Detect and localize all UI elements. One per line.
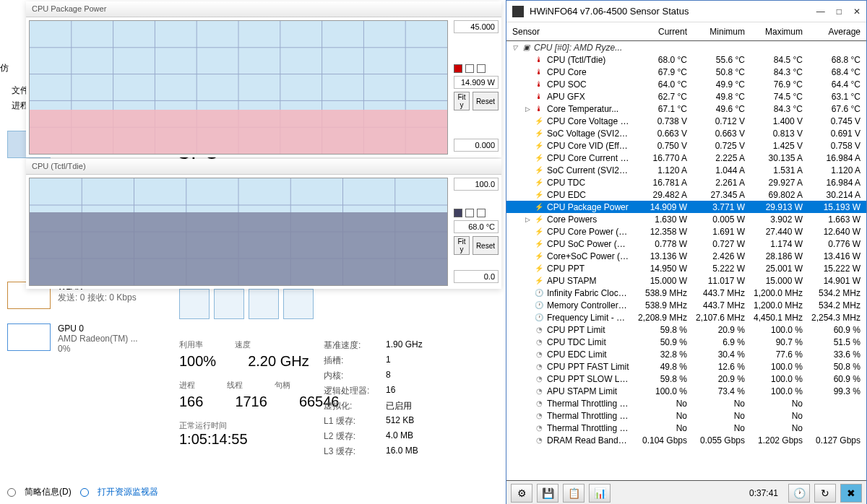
sensor-row[interactable]: ⚡APU STAPM15.000 W11.017 W15.000 W14.901… — [506, 274, 866, 287]
sensor-row[interactable]: ◔APU STAPM Limit100.0 %73.4 %100.0 %99.3… — [506, 385, 866, 397]
sensor-row[interactable]: ⚡CPU TDC16.781 A2.261 A29.927 A16.984 A — [506, 176, 866, 188]
l2-label: L2 缓存: — [324, 430, 386, 443]
sockets: 1 — [386, 355, 391, 367]
sensor-row[interactable]: ⚡CPU SoC Power (SVI...0.778 W0.727 W1.17… — [506, 238, 866, 250]
tb-log-icon[interactable]: 📊 — [589, 484, 611, 503]
sensor-row[interactable]: ⚡SoC Current (SVI2 T...1.120 A1.044 A1.5… — [506, 164, 866, 176]
col-average[interactable]: Average — [803, 27, 860, 37]
sensor-row[interactable]: 🕐Infinity Fabric Clock ...538.9 MHz443.7… — [506, 287, 866, 299]
uptime-value: 1:05:14:55 — [179, 431, 340, 448]
graph2-title[interactable]: CPU (Tctl/Tdie) — [26, 159, 501, 175]
cpu-stats: 利用率 速度 100% 2.20 GHz 进程 线程 句柄 166 1716 6… — [179, 339, 340, 448]
hwinfo-time: 0:37:41 — [749, 488, 778, 498]
hwinfo-titlebar[interactable]: HWiNFO64 v7.06-4500 Sensor Status — □ ✕ — [506, 1, 866, 22]
resmon-link[interactable]: 打开资源监视器 — [98, 486, 158, 498]
tb-copy-icon[interactable]: 📋 — [563, 484, 585, 503]
hwinfo-app-icon — [512, 6, 524, 17]
tb-save-icon[interactable]: 💾 — [537, 484, 558, 503]
sensor-row[interactable]: ◔Thermal Throttling (...NoNoNo — [506, 409, 866, 422]
l2: 4.0 MB — [386, 430, 413, 443]
graph1-max: 45.000 — [454, 20, 499, 33]
sensor-row[interactable]: 🌡CPU (Tctl/Tdie)68.0 °C55.6 °C84.5 °C68.… — [506, 53, 866, 66]
hwinfo-title: HWiNFO64 v7.06-4500 Sensor Status — [530, 6, 811, 17]
graph2-fit-button[interactable]: Fit y — [454, 236, 470, 255]
col-current[interactable]: Current — [629, 27, 687, 37]
graph2-reset-button[interactable]: Reset — [473, 236, 499, 255]
sensor-row[interactable]: ⚡CPU EDC29.482 A27.345 A69.802 A30.214 A — [506, 188, 866, 201]
graph2-legend[interactable] — [454, 209, 499, 217]
graph1-fit-button[interactable]: Fit y — [454, 92, 470, 110]
thread-value: 1716 — [235, 394, 267, 410]
util-value: 100% — [179, 353, 216, 370]
sensor-row[interactable]: ◔DRAM Read Bandwidth0.104 Gbps0.055 Gbps… — [506, 434, 866, 446]
expand-icon[interactable] — [7, 488, 16, 497]
hwinfo-header[interactable]: Sensor Current Minimum Maximum Average — [506, 22, 866, 41]
close-button[interactable]: ✕ — [853, 6, 860, 17]
l3-label: L3 缓存: — [324, 446, 386, 458]
tb-close-icon[interactable]: ✖ — [840, 484, 862, 503]
resmon-icon[interactable] — [80, 488, 89, 497]
proc-value: 166 — [179, 394, 203, 410]
sensor-row[interactable]: ◔CPU TDC Limit50.9 %6.9 %90.7 %51.5 % — [506, 336, 866, 348]
graph1-plot[interactable] — [29, 20, 448, 155]
sensor-row[interactable]: 🌡CPU Core67.9 °C50.8 °C84.3 °C68.4 °C — [506, 66, 866, 78]
sensor-row[interactable]: ⚡CPU Core Power (SV...12.358 W1.691 W27.… — [506, 225, 866, 238]
sensor-row[interactable]: ▷⚡Core Powers1.630 W0.005 W3.902 W1.663 … — [506, 213, 866, 225]
graph1-title[interactable]: CPU Package Power — [26, 1, 501, 17]
minimize-button[interactable]: — — [816, 6, 825, 17]
sensor-row[interactable]: ⚡CPU Core Voltage (S...0.738 V0.712 V1.4… — [506, 115, 866, 127]
graph1-reset-button[interactable]: Reset — [473, 92, 499, 110]
graph2-zero: 0.0 — [454, 270, 499, 283]
tb-config-icon[interactable]: ⚙ — [511, 484, 532, 503]
tb-reset-icon[interactable]: ↻ — [814, 484, 836, 503]
graph2-fill — [30, 212, 447, 285]
util-label: 利用率 — [179, 339, 203, 350]
sensor-row[interactable]: ◔CPU PPT Limit59.8 %20.9 %100.0 %60.9 % — [506, 323, 866, 336]
cores: 8 — [386, 370, 391, 382]
tm-menu-analyze[interactable]: 仿 — [0, 62, 9, 74]
sensor-row[interactable]: ⚡CPU Package Power14.909 W3.771 W29.913 … — [506, 201, 866, 213]
sensor-row[interactable]: ⚡Core+SoC Power (S...13.136 W2.426 W28.1… — [506, 250, 866, 262]
taskmgr-footer: 简略信息(D) 打开资源监视器 — [7, 486, 158, 498]
tm-side-gpu[interactable]: GPU 0 AMD Radeon(TM) ... 0% — [7, 323, 138, 354]
side-gpu-label: GPU 0 — [58, 323, 138, 334]
sensor-row[interactable]: 🌡APU GFX62.7 °C49.8 °C74.5 °C63.1 °C — [506, 90, 866, 103]
sensor-row[interactable]: ◔Thermal Throttling (...NoNoNo — [506, 422, 866, 434]
tb-clock-icon[interactable]: 🕐 — [788, 484, 810, 503]
sensor-row[interactable]: ◔Thermal Throttling (...NoNoNo — [506, 397, 866, 409]
graph2-plot[interactable] — [29, 178, 448, 286]
cpu-right-stats: 基准速度:1.90 GHz 插槽:1 内核:8 逻辑处理器:16 虚拟化:已启用… — [324, 339, 423, 461]
sensor-row[interactable]: 🕐Frequency Limit - Gl...2,208.9 MHz2,107… — [506, 311, 866, 323]
virt: 已启用 — [386, 400, 412, 412]
side-gpu-pct: 0% — [58, 344, 138, 354]
hwinfo-body[interactable]: ▽▣CPU [#0]: AMD Ryze...🌡CPU (Tctl/Tdie)6… — [506, 41, 866, 480]
sensor-row[interactable]: ⚡CPU Core Current (S...16.770 A2.225 A30… — [506, 152, 866, 164]
sockets-label: 插槽: — [324, 355, 386, 367]
sensor-row[interactable]: 🕐Memory Controller C...538.9 MHz443.7 MH… — [506, 299, 866, 311]
core-box — [283, 289, 314, 319]
simple-info-link[interactable]: 简略信息(D) — [25, 486, 72, 498]
handle-label: 句柄 — [275, 380, 290, 391]
proc-label: 进程 — [179, 380, 195, 391]
lprocs-label: 逻辑处理器: — [324, 385, 386, 397]
graph-window-temp: CPU (Tctl/Tdie) 100.0 68.0 °C Fit y Rese… — [26, 159, 501, 289]
l1-label: L1 缓存: — [324, 415, 386, 427]
col-minimum[interactable]: Minimum — [687, 27, 745, 37]
thread-label: 线程 — [227, 380, 243, 391]
sensor-group-header[interactable]: ▽▣CPU [#0]: AMD Ryze... — [506, 41, 866, 53]
gpu-thumb-icon — [7, 323, 51, 351]
sensor-row[interactable]: ⚡CPU PPT14.950 W5.222 W25.001 W15.222 W — [506, 262, 866, 274]
graph1-legend[interactable] — [454, 64, 499, 73]
sensor-row[interactable]: ⚡SoC Voltage (SVI2 T...0.663 V0.663 V0.8… — [506, 127, 866, 139]
col-sensor[interactable]: Sensor — [512, 27, 629, 37]
maximize-button[interactable]: □ — [837, 6, 842, 17]
sensor-row[interactable]: 🌡CPU SOC64.0 °C49.9 °C76.9 °C64.4 °C — [506, 78, 866, 90]
graph2-current: 68.0 °C — [454, 220, 499, 233]
graph1-zero: 0.000 — [454, 139, 499, 152]
sensor-row[interactable]: ◔CPU PPT SLOW Limit59.8 %20.9 %100.0 %60… — [506, 373, 866, 385]
sensor-row[interactable]: ◔CPU EDC Limit32.8 %30.4 %77.6 %33.6 % — [506, 348, 866, 360]
col-maximum[interactable]: Maximum — [745, 27, 803, 37]
sensor-row[interactable]: ◔CPU PPT FAST Limit49.8 %12.6 %100.0 %50… — [506, 360, 866, 373]
sensor-row[interactable]: ⚡CPU Core VID (Effect...0.750 V0.725 V1.… — [506, 139, 866, 152]
sensor-row[interactable]: ▷🌡Core Temperatur...67.1 °C49.6 °C84.3 °… — [506, 103, 866, 115]
